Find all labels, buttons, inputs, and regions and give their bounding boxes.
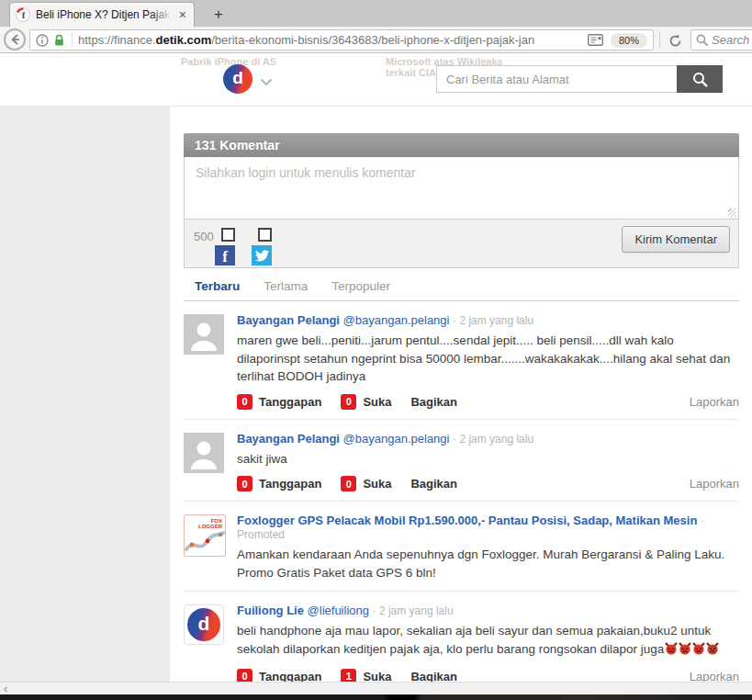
comment-header: Bayangan Pelangi @bayangan.pelangi · 2 j… [237,432,739,446]
site-header: Pabrik iPhone di AS Microsoft atas Wikil… [0,53,752,107]
url-bar[interactable]: https://finance.detik.com/berita-ekonomi… [29,29,654,51]
chevron-down-icon[interactable] [260,73,273,90]
comment-handle[interactable]: @bayangan.pelangi [343,313,450,327]
urlbar-divider [72,33,73,47]
reader-mode-icon[interactable] [588,34,603,46]
report-button[interactable]: Laporkan [690,477,739,491]
comment-author[interactable]: Bayangan Pelangi [237,432,340,446]
ad-header: Foxlogger GPS Pelacak Mobil Rp1.590.000,… [237,514,739,541]
like-button[interactable]: Suka [363,395,391,409]
browser-tab[interactable]: f Beli iPhone X? Ditjen Pajak: J × [9,2,195,27]
comment-actions: 0 Tanggapan 0 Suka Bagikan Laporkan [237,394,739,410]
page-viewport: Pabrik iPhone di AS Microsoft atas Wikil… [0,53,752,700]
comment-actions: 0 Tanggapan 1 Suka Bagikan Laporkan [237,669,739,683]
share-button[interactable]: Bagikan [410,395,457,409]
comment-timestamp: · 2 jam yang lalu [453,314,533,327]
comment-text: maren gwe beli...peniti...jarum pentul..… [237,332,739,386]
page-background: 131 Komentar 500 f [0,107,752,682]
back-arrow-icon [8,33,21,46]
ad-thumbnail[interactable]: FOX LOGGER [184,514,226,557]
detik-logo[interactable]: d [223,64,253,94]
horizontal-scrollbar[interactable]: ‹ [0,682,752,694]
tab-close-icon[interactable]: × [177,8,188,21]
report-button[interactable]: Laporkan [690,395,739,409]
svg-text:f: f [22,9,26,20]
char-limit-label: 500 [194,230,214,243]
comment-item: d Fuiliong Lie @liefuiliong · 2 jam yang… [184,592,739,682]
composer-footer: 500 f Kirim Komentar [184,219,739,268]
scroll-left-arrow-icon[interactable]: ‹ [4,682,7,695]
comment-header: Fuiliong Lie @liefuiliong · 2 jam yang l… [237,604,739,617]
comment-item: Bayangan Pelangi @bayangan.pelangi · 2 j… [184,420,739,502]
browser-search-box[interactable] [690,29,752,51]
like-button[interactable]: Suka [363,670,391,683]
tab-terlama[interactable]: Terlama [264,279,308,293]
reply-count-badge: 0 [237,394,253,410]
twitter-icon [252,245,272,265]
comment-emojis [664,642,719,656]
reload-icon [668,34,682,48]
search-icon [696,34,708,46]
comment-count-header: 131 Komentar [184,133,739,157]
tab-terpopuler[interactable]: Terpopuler [331,279,390,293]
comment-timestamp: · 2 jam yang lalu [453,433,533,446]
promoted-ad[interactable]: FOX LOGGER Foxlogger GPS Pelacak Mobil R… [184,502,739,592]
like-count-badge: 0 [341,476,356,491]
angry-imp-emoji-icon [679,642,691,660]
angry-imp-emoji-icon [706,642,719,660]
comment-handle[interactable]: @bayangan.pelangi [343,432,450,446]
submit-comment-button[interactable]: Kirim Komentar [622,226,730,253]
comment-item: Bayangan Pelangi @bayangan.pelangi · 2 j… [184,301,739,420]
comment-textarea[interactable] [185,157,738,219]
reload-button[interactable] [665,30,685,51]
share-button[interactable]: Bagikan [410,670,457,683]
avatar[interactable] [184,433,224,473]
comments-widget: 131 Komentar 500 f [184,133,739,268]
like-button[interactable]: Suka [363,477,391,491]
comment-author[interactable]: Bayangan Pelangi [237,313,340,327]
comment-author[interactable]: Fuiliong Lie [237,604,304,617]
comment-text: beli handphone aja mau lapor, sekalian a… [237,622,739,660]
like-count-badge: 1 [341,669,356,683]
map-route-icon [185,529,225,553]
angry-imp-emoji-icon [692,642,705,660]
reply-button[interactable]: Tanggapan [259,670,321,683]
search-icon [692,72,708,87]
site-search-field[interactable] [436,65,677,93]
comment-text: sakit jiwa [237,450,739,469]
url-text: https://finance.detik.com/berita-ekonomi… [78,33,584,47]
reply-button[interactable]: Tanggapan [259,477,321,491]
tab-terbaru[interactable]: Terbaru [195,279,240,293]
new-tab-button[interactable]: + [206,5,231,25]
person-icon [184,314,224,355]
sort-tabs: Terbaru Terlama Terpopuler [184,279,739,301]
zoom-level-badge[interactable]: 80% [611,33,647,48]
report-button[interactable]: Laporkan [690,670,739,683]
site-favicon-icon: f [16,7,30,22]
share-button[interactable]: Bagikan [410,477,457,491]
comment-composer [184,157,739,220]
facebook-icon: f [215,245,235,265]
avatar[interactable] [184,314,224,355]
reply-button[interactable]: Tanggapan [259,395,321,409]
reply-count-badge: 0 [237,669,253,683]
comment-handle[interactable]: @liefuiliong [308,604,369,617]
avatar[interactable]: d [184,604,224,645]
page-info-icon[interactable] [36,34,49,47]
site-search-input[interactable] [446,66,668,92]
back-button[interactable] [4,28,26,51]
browser-search-input[interactable] [712,33,752,47]
like-count-badge: 0 [341,394,356,410]
site-search-button[interactable] [677,65,723,93]
resize-grip[interactable] [728,209,736,217]
browser-window: f Beli iPhone X? Ditjen Pajak: J × + [0,0,752,700]
comment-timestamp: · 2 jam yang lalu [373,604,454,617]
https-lock-icon[interactable] [53,34,65,47]
share-twitter-checkbox[interactable] [258,228,272,242]
toolbar-divider [659,32,660,48]
share-facebook-checkbox[interactable] [221,228,235,242]
ad-title[interactable]: Foxlogger GPS Pelacak Mobil Rp1.590.000,… [237,514,697,527]
tab-title: Beli iPhone X? Ditjen Pajak: J [36,8,172,21]
comment-header: Bayangan Pelangi @bayangan.pelangi · 2 j… [237,313,739,327]
content-column: 131 Komentar 500 f [170,107,752,682]
